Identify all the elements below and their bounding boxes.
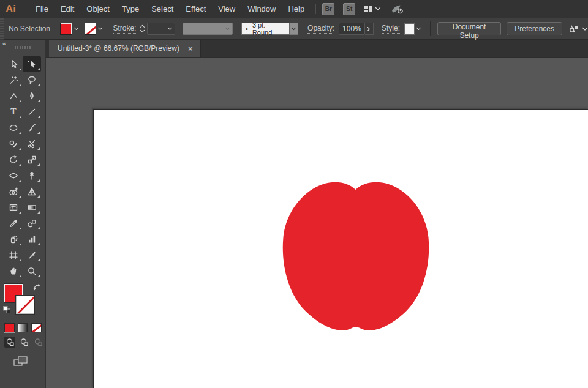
align-options[interactable] — [569, 24, 588, 34]
swap-fill-stroke-icon[interactable] — [32, 283, 42, 294]
opacity-field[interactable]: 100% — [339, 23, 365, 35]
opacity-label[interactable]: Opacity: — [307, 24, 334, 34]
stroke-weight-dropdown[interactable] — [147, 23, 175, 35]
stroke-color-chevron-icon[interactable] — [96, 23, 104, 35]
menu-file[interactable]: File — [29, 0, 55, 18]
magic-wand-tool[interactable] — [4, 72, 23, 88]
gradient-tool[interactable] — [23, 200, 41, 215]
scale-tool[interactable] — [23, 152, 41, 167]
stepper-down-icon — [140, 29, 145, 33]
draw-normal-button[interactable] — [4, 337, 15, 348]
shaper-tool[interactable] — [4, 136, 23, 151]
opacity-expand-icon[interactable] — [365, 23, 374, 35]
draw-behind-button[interactable] — [18, 337, 29, 348]
style-label[interactable]: Style: — [382, 24, 400, 34]
menu-select[interactable]: Select — [145, 0, 179, 18]
canvas-area[interactable] — [46, 57, 588, 388]
hand-tool-icon — [9, 266, 18, 276]
color-mode-buttons — [0, 319, 45, 332]
width-profile-dropdown — [183, 23, 233, 35]
tab-close-icon[interactable]: × — [188, 45, 193, 53]
direct-selection-tool-icon — [27, 59, 37, 69]
perspective-grid-tool[interactable] — [23, 184, 41, 199]
brush-definition-dropdown[interactable]: • 3 pt. Round — [241, 23, 290, 35]
menu-object[interactable]: Object — [80, 0, 116, 18]
style-chevron-icon[interactable] — [415, 23, 423, 35]
shape-builder-tool[interactable] — [4, 184, 23, 199]
scissors-tool[interactable] — [23, 136, 41, 151]
tools-panel-grip[interactable] — [15, 46, 31, 49]
apple-shape[interactable] — [281, 181, 431, 336]
align-options-icon — [569, 24, 580, 34]
brush-chevron-icon[interactable] — [290, 23, 298, 35]
fill-color-chevron-icon[interactable] — [72, 23, 80, 35]
stroke-color-swatch[interactable] — [85, 23, 97, 35]
draw-inside-icon — [34, 338, 43, 347]
menu-window[interactable]: Window — [241, 0, 282, 18]
menu-type[interactable]: Type — [116, 0, 145, 18]
type-tool-icon: T — [10, 107, 16, 117]
fill-color-swatch[interactable] — [60, 23, 72, 35]
stock-button[interactable]: St — [343, 3, 355, 15]
rotate-tool[interactable] — [4, 152, 23, 167]
preferences-button[interactable]: Preferences — [507, 22, 562, 35]
collapse-panel-icon[interactable]: « — [2, 40, 6, 47]
type-tool[interactable]: T — [4, 104, 23, 119]
workspace-switcher[interactable] — [364, 5, 381, 13]
document-area: Untitled-3* @ 66.67% (RGB/Preview) × — [46, 40, 588, 388]
width-tool[interactable] — [4, 168, 23, 183]
paintbrush-tool[interactable] — [23, 120, 41, 135]
color-button[interactable] — [4, 323, 15, 332]
blend-tool[interactable] — [23, 215, 41, 231]
direct-selection-tool[interactable] — [23, 56, 41, 72]
tools-panel-header: « — [0, 40, 45, 56]
hand-tool[interactable] — [4, 263, 23, 278]
symbol-sprayer-tool[interactable] — [4, 231, 23, 247]
mesh-tool[interactable] — [4, 200, 23, 215]
workspace-switcher-icon — [364, 5, 373, 13]
selection-tool[interactable] — [4, 56, 23, 72]
document-tab[interactable]: Untitled-3* @ 66.67% (RGB/Preview) × — [49, 40, 201, 57]
zoom-tool-icon — [27, 266, 37, 276]
slice-tool[interactable] — [23, 247, 41, 263]
pen-tool[interactable] — [23, 88, 41, 103]
eyedropper-tool[interactable] — [4, 215, 23, 231]
change-screen-mode-button[interactable] — [0, 348, 45, 370]
gpu-performance[interactable] — [391, 4, 404, 15]
eyedropper-tool-icon — [9, 218, 18, 228]
puppet-warp-tool[interactable] — [23, 168, 41, 183]
stroke-weight-label[interactable]: Stroke: — [113, 24, 136, 34]
perspective-grid-tool-icon — [27, 187, 37, 196]
panel-grip[interactable] — [0, 18, 4, 40]
column-graph-tool[interactable] — [23, 231, 41, 247]
menu-help[interactable]: Help — [282, 0, 311, 18]
pen-tool-icon — [27, 91, 37, 101]
curvature-tool[interactable] — [4, 88, 23, 103]
controlbar-separator — [430, 21, 431, 36]
menu-effect[interactable]: Effect — [179, 0, 212, 18]
bridge-button[interactable]: Br — [322, 3, 334, 15]
menu-view[interactable]: View — [212, 0, 241, 18]
control-panel: No Selection Stroke: • 3 pt. Round — [0, 18, 588, 40]
mesh-tool-icon — [9, 203, 18, 212]
lasso-tool[interactable] — [23, 72, 41, 88]
document-setup-button[interactable]: Document Setup — [437, 22, 501, 35]
artboard[interactable] — [93, 109, 588, 388]
draw-inside-button[interactable] — [32, 337, 43, 348]
line-segment-tool[interactable] — [23, 104, 41, 119]
drawing-mode-buttons — [0, 332, 45, 348]
style-swatch[interactable] — [404, 23, 415, 35]
ellipse-tool[interactable] — [4, 120, 23, 135]
chevron-down-icon — [375, 7, 381, 11]
stroke-weight-stepper[interactable] — [140, 24, 145, 33]
menu-edit[interactable]: Edit — [55, 0, 80, 18]
default-fill-stroke-icon[interactable] — [2, 305, 12, 317]
none-button[interactable] — [31, 323, 42, 332]
zoom-tool[interactable] — [23, 263, 41, 278]
gradient-button[interactable] — [18, 323, 28, 332]
stroke-swatch[interactable] — [16, 296, 34, 314]
chevron-down-icon — [165, 23, 175, 35]
brush-bullet: • — [246, 25, 248, 32]
main-area: « — [0, 40, 588, 388]
artboard-tool[interactable] — [4, 247, 23, 263]
